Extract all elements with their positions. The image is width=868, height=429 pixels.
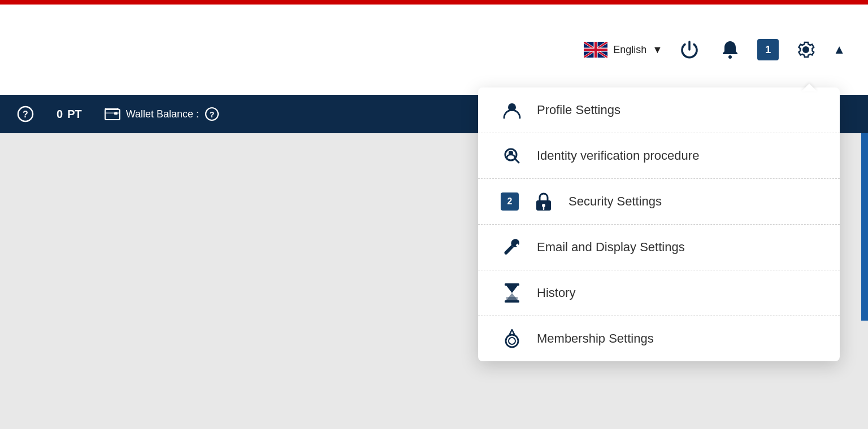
wallet-display: Wallet Balance : ?	[105, 107, 219, 121]
svg-rect-18	[506, 297, 518, 300]
settings-dropdown-menu: Profile Settings Identity verification p…	[478, 87, 840, 361]
svg-point-19	[506, 335, 518, 347]
email-display-settings-label: Email and Display Settings	[537, 240, 685, 255]
power-button[interactable]	[676, 36, 703, 63]
top-bar	[0, 0, 868, 5]
language-label: English	[613, 44, 646, 56]
wallet-svg-icon	[105, 108, 120, 120]
flag-uk-icon	[584, 42, 607, 58]
notifications-button[interactable]	[717, 36, 744, 63]
lock-icon	[532, 191, 555, 212]
points-display: 0 PT	[57, 108, 82, 121]
profile-settings-label: Profile Settings	[537, 103, 620, 117]
points-value: 0	[57, 108, 63, 121]
wallet-icon	[105, 108, 120, 120]
wrench-icon	[501, 237, 523, 257]
header: English ▼ 1 ▲	[0, 5, 868, 95]
svg-point-1	[728, 55, 732, 59]
menu-item-profile-settings[interactable]: Profile Settings	[478, 87, 840, 133]
language-selector[interactable]: English ▼	[584, 42, 662, 58]
menu-item-identity-verification[interactable]: Identity verification procedure	[478, 133, 840, 179]
svg-rect-17	[505, 300, 519, 303]
question-circle-icon: ?	[17, 106, 34, 122]
power-icon	[679, 40, 700, 60]
chevron-down-icon: ▼	[652, 44, 662, 56]
identity-verification-label: Identity verification procedure	[537, 148, 699, 163]
svg-text:?: ?	[23, 110, 28, 119]
membership-settings-label: Membership Settings	[537, 331, 654, 346]
identity-icon	[501, 146, 523, 166]
gear-icon	[796, 40, 816, 60]
dropdown-caret	[801, 84, 817, 91]
svg-rect-6	[114, 112, 118, 115]
wallet-question-icon: ?	[205, 107, 219, 121]
bell-icon	[720, 40, 740, 60]
svg-rect-16	[505, 283, 519, 286]
wallet-label: Wallet Balance :	[126, 108, 199, 120]
help-icon[interactable]: ?	[17, 106, 34, 122]
dropdown-close-button[interactable]: ▲	[833, 42, 845, 57]
badge-number: 1	[757, 39, 779, 60]
security-settings-label: Security Settings	[568, 194, 662, 209]
header-controls: English ▼ 1 ▲	[584, 36, 845, 63]
menu-item-email-display-settings[interactable]: Email and Display Settings	[478, 225, 840, 270]
menu-item-security-settings[interactable]: 2 Security Settings	[478, 179, 840, 225]
svg-text:?: ?	[210, 110, 215, 119]
svg-rect-4	[105, 110, 120, 120]
svg-line-12	[515, 159, 519, 163]
points-label: PT	[67, 108, 82, 121]
wallet-help-icon[interactable]: ?	[205, 107, 219, 121]
security-badge: 2	[501, 192, 519, 211]
menu-item-membership-settings[interactable]: Membership Settings	[478, 316, 840, 361]
hourglass-icon	[501, 283, 523, 303]
profile-icon	[501, 100, 523, 120]
medal-icon	[501, 329, 523, 349]
settings-gear-button[interactable]	[792, 36, 819, 63]
svg-rect-5	[105, 112, 120, 114]
svg-point-20	[509, 338, 515, 344]
notification-count-badge[interactable]: 1	[757, 39, 779, 60]
menu-item-history[interactable]: History	[478, 270, 840, 316]
history-label: History	[537, 286, 575, 300]
